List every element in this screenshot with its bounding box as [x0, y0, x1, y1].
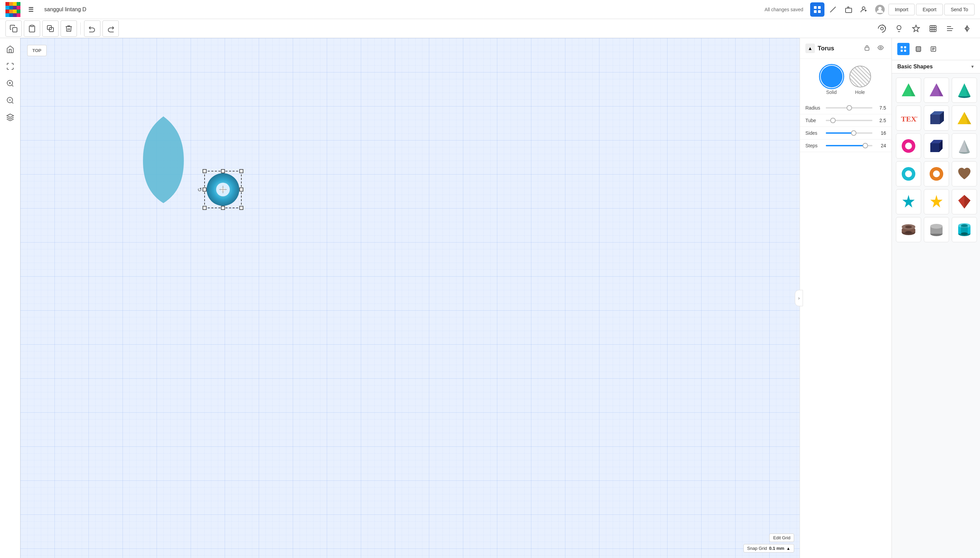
- leaf-shape[interactable]: [136, 113, 191, 205]
- shape-text[interactable]: TEXT: [896, 105, 921, 131]
- svg-marker-72: [903, 195, 915, 208]
- svg-point-7: [878, 7, 881, 10]
- radius-row: Radius 7.5: [800, 102, 891, 114]
- snap-value-stepper[interactable]: ▲: [786, 546, 790, 551]
- top-nav: ☰ sanggul lintang D All changes saved: [0, 0, 980, 19]
- import-button[interactable]: Import: [888, 4, 915, 15]
- shape-gray-cylinder[interactable]: [924, 217, 949, 242]
- shape-dark-blue-cube[interactable]: [924, 133, 949, 159]
- steps-value: 24: [876, 143, 886, 148]
- steps-label: Steps: [806, 143, 822, 148]
- zoom-out-button[interactable]: [3, 93, 17, 108]
- shapes-icon[interactable]: [909, 21, 924, 36]
- svg-point-5: [862, 7, 865, 10]
- solid-option[interactable]: Solid: [821, 66, 842, 95]
- torus-object[interactable]: ↺: [204, 171, 242, 208]
- mirror-icon[interactable]: [960, 21, 975, 36]
- briefcase-icon[interactable]: [842, 2, 856, 17]
- delete-button[interactable]: [61, 20, 77, 37]
- hole-circle: [849, 66, 871, 87]
- redo-button[interactable]: [102, 20, 119, 37]
- shape-yellow-pyramid[interactable]: [952, 105, 977, 131]
- svg-point-80: [905, 226, 912, 228]
- user-avatar-icon[interactable]: [873, 2, 887, 17]
- shape-teal-star[interactable]: [896, 189, 921, 214]
- shape-gold-star[interactable]: [924, 189, 949, 214]
- shape-red-gem[interactable]: [952, 189, 977, 214]
- shape-cyan-torus[interactable]: [896, 161, 921, 187]
- home-view-button[interactable]: [3, 42, 17, 56]
- project-name: sanggul lintang D: [44, 7, 87, 13]
- top-view-label: TOP: [27, 45, 47, 56]
- camera-icon[interactable]: [875, 21, 890, 36]
- svg-rect-33: [865, 47, 869, 50]
- 3d-view-button[interactable]: [3, 110, 17, 125]
- svg-line-26: [12, 102, 13, 103]
- svg-marker-73: [930, 195, 942, 208]
- nav-icons: [810, 2, 887, 17]
- hole-option[interactable]: Hole: [849, 66, 871, 95]
- steps-row: Steps 24: [800, 140, 891, 152]
- add-user-icon[interactable]: [857, 2, 871, 17]
- properties-panel: ▲ Torus Solid H: [799, 38, 891, 558]
- shape-teal-pipe[interactable]: [952, 217, 977, 242]
- shape-orange-torus[interactable]: [924, 161, 949, 187]
- shape-brown-ring[interactable]: [896, 217, 921, 242]
- lightbulb-icon[interactable]: [891, 21, 906, 36]
- torus-svg: [204, 171, 242, 208]
- svg-text:TEXT: TEXT: [901, 115, 918, 123]
- svg-rect-4: [845, 8, 852, 13]
- svg-point-69: [905, 171, 912, 177]
- canvas-area[interactable]: TOP: [20, 38, 799, 558]
- copy-button[interactable]: [5, 20, 22, 37]
- edit-grid-button[interactable]: Edit Grid: [769, 533, 794, 542]
- props-lock-icon[interactable]: [862, 43, 872, 54]
- save-status: All changes saved: [765, 7, 803, 12]
- shape-teal-cone[interactable]: [952, 77, 977, 103]
- svg-rect-0: [814, 6, 817, 9]
- shapes-panel: Basic Shapes ▼: [891, 38, 980, 558]
- radius-value: 7.5: [876, 105, 886, 111]
- paste-button[interactable]: [24, 20, 40, 37]
- svg-rect-8: [13, 28, 17, 32]
- zoom-in-button[interactable]: [3, 76, 17, 90]
- sides-value: 16: [876, 130, 886, 136]
- shapes-notes-tab[interactable]: [927, 43, 939, 55]
- hole-label: Hole: [855, 89, 865, 95]
- props-visibility-icon[interactable]: [875, 43, 886, 54]
- align-icon[interactable]: [942, 21, 957, 36]
- svg-point-71: [933, 171, 940, 177]
- shape-purple-pyramid[interactable]: [924, 77, 949, 103]
- export-button[interactable]: Export: [916, 4, 942, 15]
- shape-gray-cone[interactable]: [952, 133, 977, 159]
- shape-brown-heart[interactable]: [952, 161, 977, 187]
- svg-rect-38: [904, 50, 906, 52]
- solid-hole-row: Solid Hole: [800, 59, 891, 102]
- undo-button[interactable]: [84, 20, 100, 37]
- rotate-handle[interactable]: ↺: [197, 187, 202, 193]
- panel-collapse-handle[interactable]: ›: [795, 290, 803, 306]
- props-collapse-button[interactable]: ▲: [806, 44, 815, 53]
- duplicate-button[interactable]: [42, 20, 59, 37]
- ruler-icon[interactable]: [826, 2, 840, 17]
- svg-point-90: [961, 232, 968, 235]
- grid-view-icon[interactable]: [810, 2, 824, 17]
- shapes-grid-tab[interactable]: [897, 43, 909, 55]
- fit-view-button[interactable]: [3, 59, 17, 74]
- sides-row: Sides 16: [800, 127, 891, 140]
- shape-magenta-torus[interactable]: [896, 133, 921, 159]
- solid-circle: [821, 66, 842, 87]
- send-to-button[interactable]: Send To: [944, 4, 975, 15]
- solid-label: Solid: [826, 89, 837, 95]
- grid-canvas: TOP: [20, 38, 799, 558]
- shapes-ruler-tab[interactable]: [912, 43, 924, 55]
- shape-blue-cube[interactable]: [924, 105, 949, 131]
- shape-green-pyramid[interactable]: [896, 77, 921, 103]
- svg-marker-20: [967, 26, 969, 31]
- svg-point-61: [905, 143, 912, 149]
- outline-icon[interactable]: [926, 21, 941, 36]
- left-sidebar: [0, 38, 20, 558]
- menu-icon[interactable]: ☰: [24, 2, 38, 17]
- tube-row: Tube 2.5: [800, 114, 891, 127]
- tube-value: 2.5: [876, 118, 886, 123]
